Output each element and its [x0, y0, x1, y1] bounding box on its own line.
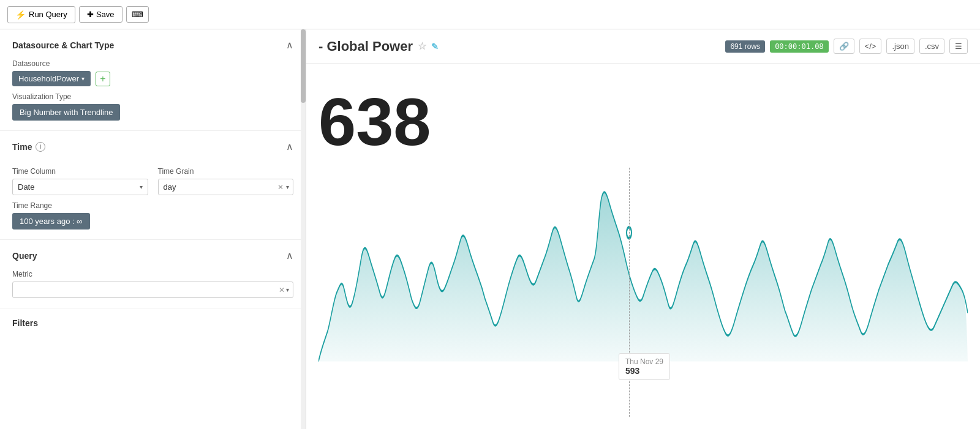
- time-section-title: Time i: [12, 142, 45, 152]
- time-range-value: 100 years ago : ∞: [20, 217, 83, 226]
- chart-title-text: - Global Power: [318, 39, 413, 54]
- chevron-down-icon: ▾: [81, 75, 85, 82]
- code-icon: </>: [865, 42, 876, 51]
- link-button[interactable]: 🔗: [834, 39, 854, 54]
- chart-header: - Global Power ☆ ✎ 691 rows 00:00:01.08 …: [306, 29, 980, 64]
- query-section-title: Query: [12, 251, 37, 261]
- app-container: ⚡ Run Query ✚ Save ⌨ Datasource & Chart …: [0, 0, 980, 429]
- trendline-chart: [318, 168, 968, 417]
- left-panel: Datasource & Chart Type ∧ Datasource Hou…: [0, 29, 306, 429]
- csv-button[interactable]: .csv: [919, 39, 944, 54]
- time-section-header: Time i ∧: [12, 141, 293, 152]
- viz-type-label: Visualization Type: [12, 92, 293, 101]
- time-column-label: Time Column: [12, 167, 148, 176]
- chart-header-right: 691 rows 00:00:01.08 🔗 </> .json .csv: [725, 39, 968, 54]
- right-panel: - Global Power ☆ ✎ 691 rows 00:00:01.08 …: [306, 29, 980, 429]
- add-datasource-button[interactable]: +: [96, 72, 110, 86]
- run-query-button[interactable]: ⚡ Run Query: [7, 6, 75, 23]
- scrollbar-thumb[interactable]: [301, 29, 306, 103]
- chart-content: 638 Thu Nov 29 593: [306, 64, 980, 429]
- time-grain-clear-button[interactable]: ✕: [277, 183, 284, 192]
- save-label: Save: [96, 10, 115, 19]
- time-grain-label: Time Grain: [158, 167, 294, 176]
- save-button[interactable]: ✚ Save: [79, 6, 123, 23]
- tooltip-line: [629, 168, 630, 417]
- lightning-icon: ⚡: [15, 10, 26, 20]
- big-number: 638: [318, 88, 968, 155]
- metric-input[interactable]: [17, 282, 279, 297]
- toolbar: ⚡ Run Query ✚ Save ⌨: [0, 0, 980, 29]
- time-row: Time Column Date ▾ Time Grain day ✕ ▾: [12, 161, 293, 195]
- metric-input-row: ✕ ▾: [12, 282, 293, 298]
- time-grain-group: Time Grain day ✕ ▾: [158, 161, 294, 195]
- main-layout: Datasource & Chart Type ∧ Datasource Hou…: [0, 29, 980, 429]
- scrollbar-track: [301, 29, 306, 429]
- query-time-badge: 00:00:01.08: [770, 40, 828, 53]
- datasource-collapse-button[interactable]: ∧: [286, 39, 293, 51]
- menu-icon: ☰: [955, 42, 962, 51]
- time-section: Time i ∧ Time Column Date ▾ Time Grain: [0, 131, 306, 240]
- filters-section: Filters: [0, 308, 306, 333]
- datasource-section: Datasource & Chart Type ∧ Datasource Hou…: [0, 29, 306, 131]
- query-section-header: Query ∧: [12, 250, 293, 261]
- time-info-icon[interactable]: i: [36, 142, 45, 152]
- time-column-value: Date: [18, 182, 34, 192]
- chevron-down-icon: ▾: [140, 184, 143, 190]
- time-range-button[interactable]: 100 years ago : ∞: [12, 213, 90, 229]
- keyboard-button[interactable]: ⌨: [126, 6, 149, 23]
- plus-icon: ✚: [87, 10, 94, 19]
- chevron-down-icon: ▾: [286, 184, 289, 190]
- code-button[interactable]: </>: [859, 39, 882, 54]
- trendline-container: Thu Nov 29 593: [318, 168, 968, 417]
- filters-title: Filters: [12, 318, 293, 328]
- time-column-group: Time Column Date ▾: [12, 161, 148, 195]
- json-button[interactable]: .json: [886, 39, 914, 54]
- edit-icon[interactable]: ✎: [431, 42, 439, 51]
- viz-type-button[interactable]: Big Number with Trendline: [12, 104, 120, 121]
- run-query-label: Run Query: [29, 10, 67, 19]
- time-range-label: Time Range: [12, 201, 293, 210]
- link-icon: 🔗: [839, 42, 849, 51]
- datasource-section-header: Datasource & Chart Type ∧: [12, 39, 293, 51]
- metric-label: Metric: [12, 270, 293, 278]
- rows-badge: 691 rows: [725, 40, 765, 53]
- json-icon: .json: [892, 42, 908, 51]
- query-collapse-button[interactable]: ∧: [286, 250, 293, 261]
- more-options-button[interactable]: ☰: [949, 39, 968, 54]
- time-collapse-button[interactable]: ∧: [286, 141, 293, 152]
- csv-icon: .csv: [925, 42, 939, 51]
- datasource-select[interactable]: HouseholdPower ▾: [12, 71, 91, 86]
- datasource-row: HouseholdPower ▾ +: [12, 71, 293, 86]
- chart-title-group: - Global Power ☆ ✎: [318, 39, 439, 54]
- datasource-value: HouseholdPower: [18, 74, 79, 83]
- star-icon[interactable]: ☆: [418, 40, 426, 52]
- datasource-section-title: Datasource & Chart Type: [12, 40, 114, 50]
- viz-type-value: Big Number with Trendline: [20, 108, 113, 117]
- time-column-select[interactable]: Date ▾: [12, 179, 148, 195]
- time-grain-value: day: [162, 179, 278, 195]
- chevron-down-icon: ▾: [286, 286, 289, 293]
- query-section: Query ∧ Metric ✕ ▾: [0, 240, 306, 308]
- plus-icon: +: [100, 73, 105, 84]
- keyboard-icon: ⌨: [132, 10, 143, 19]
- datasource-label: Datasource: [12, 59, 293, 68]
- metric-clear-button[interactable]: ✕: [279, 286, 285, 294]
- time-grain-select[interactable]: day ✕ ▾: [158, 179, 294, 195]
